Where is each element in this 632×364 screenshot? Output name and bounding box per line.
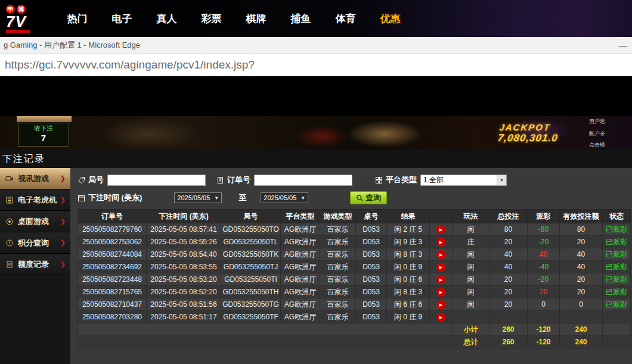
- table-cell: 2025-05-05 08:52:20: [147, 286, 221, 298]
- subtotal-row-valid-bet: 240: [560, 323, 603, 336]
- video-play-button[interactable]: ▶: [436, 300, 445, 309]
- bet-countdown-box: 请下注 7: [18, 123, 69, 147]
- video-cell: ▶: [430, 248, 453, 261]
- column-header: 派彩: [528, 210, 560, 223]
- platform-select[interactable]: 1.全部 ▼: [420, 175, 507, 186]
- table-game-icon: [5, 217, 15, 226]
- video-play-button[interactable]: ▶: [436, 288, 445, 297]
- sidebar-item-3[interactable]: 积分查询❯: [0, 232, 70, 254]
- minimize-button[interactable]: —: [614, 41, 632, 50]
- tag-icon: [78, 176, 85, 184]
- play-type-cell: 闲: [453, 273, 490, 286]
- table-cell: 250505082779760: [78, 223, 147, 236]
- valid-bet-cell: [560, 311, 603, 323]
- table-cell: AG欧洲厅: [281, 286, 320, 298]
- sidebar-item-0[interactable]: 视讯游戏❯: [0, 168, 70, 189]
- nav-item-5[interactable]: 捕鱼: [278, 12, 323, 26]
- payout-cell: -80: [528, 223, 560, 236]
- round-input[interactable]: [107, 175, 206, 186]
- valid-bet-cell: 20: [560, 236, 603, 248]
- date-to-select[interactable]: 2025/05/05 ▼: [261, 192, 308, 203]
- table-cell: 2025-05-05 08:51:17: [147, 311, 221, 323]
- table-body: 2505050827797602025-05-05 08:57:41GD0532…: [78, 223, 631, 349]
- url-text[interactable]: https://gci.7vvvvvv.com/agingame/pcv1/in…: [0, 58, 255, 71]
- video-play-button[interactable]: ▶: [436, 313, 445, 322]
- nav-item-6[interactable]: 体育: [323, 12, 368, 26]
- sidebar-item-label: 额度记录: [18, 259, 49, 270]
- nav-item-0[interactable]: 热门: [55, 12, 100, 26]
- table-cell: D053: [356, 248, 387, 261]
- empty-cell: [78, 336, 453, 349]
- table-row: 2505050827346922025-05-05 08:53:55GD0532…: [78, 261, 631, 273]
- site-logo[interactable]: 申 博 7V: [0, 5, 55, 33]
- table-cell: AG欧洲厅: [281, 236, 320, 248]
- status-cell: 已派彩: [603, 236, 631, 248]
- nav-item-1[interactable]: 电子: [100, 12, 144, 26]
- page-title: 下注记录: [0, 153, 45, 166]
- logo-text: 7V: [6, 14, 26, 29]
- table-row: 2505050827234482025-05-05 08:53:20GD0532…: [78, 273, 631, 286]
- table-cell: D053: [356, 236, 387, 248]
- table-cell: 闲 0 庄 9: [387, 261, 430, 273]
- nav-item-2[interactable]: 真人: [144, 12, 189, 26]
- play-type-cell: 闲: [453, 286, 490, 298]
- table-cell: 百家乐: [320, 311, 356, 323]
- table-header-row: 订单号下注时间 (美东)局号平台类型游戏类型桌号结果玩法总投注派彩有效投注额状态: [78, 210, 631, 223]
- table-cell: GD053255050TH: [221, 286, 281, 298]
- table-cell: 250505082710437: [78, 298, 147, 311]
- sidebar-item-2[interactable]: 桌面游戏❯: [0, 211, 70, 232]
- table-cell: GD053255050TK: [221, 248, 281, 261]
- video-play-button[interactable]: ▶: [436, 275, 445, 284]
- chevron-right-icon: ❯: [60, 196, 66, 204]
- video-play-button[interactable]: ▶: [436, 238, 445, 247]
- status-cell: 已派彩: [603, 261, 631, 273]
- sidebar-item-1[interactable]: 电子老虎机❯: [0, 189, 70, 211]
- jackpot-label: JACKPOT: [498, 122, 560, 132]
- logo-sub-mark: [6, 30, 30, 33]
- column-header: 订单号: [78, 210, 147, 223]
- nav-item-4[interactable]: 棋牌: [234, 12, 278, 26]
- video-cell: ▶: [430, 311, 453, 323]
- video-play-button[interactable]: ▶: [436, 263, 445, 272]
- table-cell: D053: [356, 273, 387, 286]
- total-bet-cell: 20: [490, 273, 528, 286]
- records-panel: 局号 订单号 平台类型 1.全部 ▼ 下注时间 (美东) 2025/05: [70, 168, 632, 364]
- table-cell: AG欧洲厅: [281, 298, 320, 311]
- window-title: g Gaming - 用户配置 1 - Microsoft Edge: [0, 40, 614, 51]
- video-play-button[interactable]: ▶: [436, 250, 445, 259]
- address-bar[interactable]: https://gci.7vvvvvv.com/agingame/pcv1/in…: [0, 54, 632, 76]
- table-row: 2505050827032802025-05-05 08:51:17GD0532…: [78, 311, 631, 323]
- play-type-cell: [453, 311, 490, 323]
- video-cell: ▶: [430, 261, 453, 273]
- video-play-button[interactable]: ▶: [436, 225, 445, 234]
- status-cell: 已派彩: [603, 298, 631, 311]
- banner-gold-frame: [17, 116, 72, 122]
- nav-item-3[interactable]: 彩票: [189, 12, 234, 26]
- points-icon: [5, 239, 15, 247]
- video-cell: ▶: [430, 223, 453, 236]
- status-cell: 已派彩: [603, 223, 631, 236]
- date-from-select[interactable]: 2025/05/05 ▼: [174, 192, 222, 203]
- table-row: 2505050827440842025-05-05 08:54:40GD0532…: [78, 248, 631, 261]
- payout-cell: [528, 311, 560, 323]
- order-input[interactable]: [254, 175, 352, 186]
- grand-total-row-label: 总计: [453, 336, 490, 349]
- records-icon: [5, 260, 15, 269]
- sidebar-item-label: 桌面游戏: [18, 216, 49, 227]
- filter-row-2: 下注时间 (美东) 2025/05/05 ▼ 至 2025/05/05 ▼ 查询: [78, 191, 632, 204]
- column-header: [430, 210, 453, 223]
- sidebar-item-4[interactable]: 额度记录❯: [0, 254, 70, 275]
- sidebar-item-label: 视讯游戏: [18, 173, 49, 184]
- sidebar-item-label: 电子老虎机: [18, 195, 57, 206]
- date-from-value: 2025/05/05: [177, 194, 210, 201]
- play-type-cell: 闲: [453, 261, 490, 273]
- table-cell: 250505082753062: [78, 236, 147, 248]
- nav-item-7[interactable]: 优惠: [368, 12, 413, 26]
- empty-cell: [78, 323, 453, 336]
- search-button[interactable]: 查询: [350, 191, 387, 204]
- window-title-bar: g Gaming - 用户配置 1 - Microsoft Edge —: [0, 37, 632, 54]
- platform-label: 平台类型: [386, 175, 417, 185]
- chevron-down-icon: ▼: [300, 195, 305, 201]
- table-cell: 250505082734692: [78, 261, 147, 273]
- table-cell: AG欧洲厅: [281, 273, 320, 286]
